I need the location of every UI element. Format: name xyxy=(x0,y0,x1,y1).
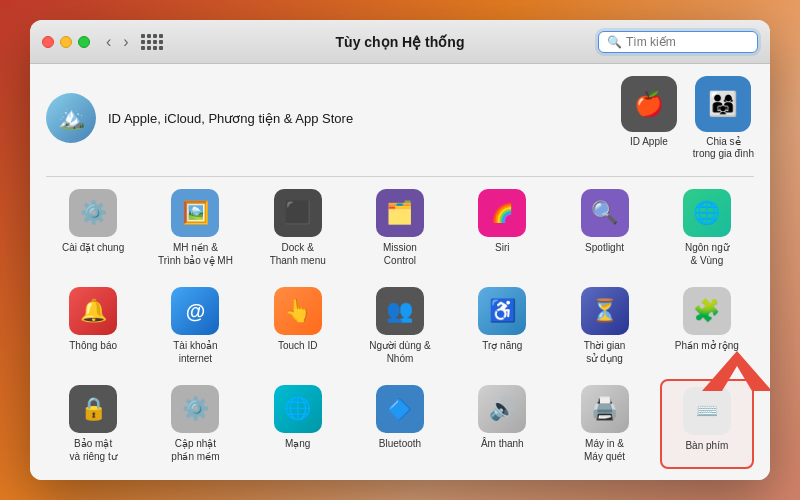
thong-bao-item[interactable]: 🔔 Thông báo xyxy=(46,281,140,371)
spotlight-label: Spotlight xyxy=(585,241,624,254)
content-area: 🏔️ ID Apple, iCloud, Phương tiện & App S… xyxy=(30,64,770,480)
mh-nen-label: MH nền &Trình bảo vệ MH xyxy=(158,241,233,267)
mission-control-item[interactable]: 🗂️ MissionControl xyxy=(353,183,447,273)
row-3: 🔒 Bảo mậtvà riêng tư ⚙️ Cập nhậtphần mềm… xyxy=(46,379,754,469)
am-thanh-label: Âm thanh xyxy=(481,437,524,450)
dock-label: Dock &Thanh menu xyxy=(270,241,326,267)
thoi-gian-icon: ⏳ xyxy=(581,287,629,335)
cai-dat-chung-item[interactable]: ⚙️ Cài đặt chung xyxy=(46,183,140,273)
search-icon: 🔍 xyxy=(607,35,622,49)
row-1: ⚙️ Cài đặt chung 🖼️ MH nền &Trình bảo vệ… xyxy=(46,183,754,273)
man-hinh-item[interactable]: 🖥️ Màn hình xyxy=(251,477,345,480)
ban-phim-item[interactable]: ⌨️ Bàn phím xyxy=(660,379,754,469)
mission-control-icon: 🗂️ xyxy=(376,189,424,237)
tai-khoan-icon: @ xyxy=(171,287,219,335)
nguoi-dung-icon: 👥 xyxy=(376,287,424,335)
spotlight-icon: 🔍 xyxy=(581,189,629,237)
mang-item[interactable]: 🌐 Mạng xyxy=(251,379,345,469)
phan-mo-rong-icon: 🧩 xyxy=(683,287,731,335)
id-apple-item[interactable]: 🍎 ID Apple xyxy=(621,76,677,148)
ngon-ngu-icon: 🌐 xyxy=(683,189,731,237)
cap-nhat-item[interactable]: ⚙️ Cập nhậtphần mềm xyxy=(148,379,242,469)
bao-mat-label: Bảo mậtvà riêng tư xyxy=(70,437,117,463)
pin-item[interactable]: 🔋 Pin xyxy=(455,477,549,480)
titlebar: ‹ › Tùy chọn Hệ thống 🔍 xyxy=(30,20,770,64)
mh-nen-icon: 🖼️ xyxy=(171,189,219,237)
id-apple-label: ID Apple xyxy=(630,136,668,148)
ban-phim-label: Bàn phím xyxy=(685,439,728,452)
touch-id-item[interactable]: 👆 Touch ID xyxy=(251,281,345,371)
tro-nang-label: Trợ năng xyxy=(482,339,522,352)
row-1b: 🔔 Thông báo @ Tài khoảninternet 👆 Touch … xyxy=(46,281,754,371)
cai-dat-chung-icon: ⚙️ xyxy=(69,189,117,237)
profile-row: 🏔️ ID Apple, iCloud, Phương tiện & App S… xyxy=(46,76,754,160)
am-thanh-icon: 🔊 xyxy=(478,385,526,433)
ngon-ngu-label: Ngôn ngữ& Vùng xyxy=(685,241,729,267)
sidecar-item[interactable]: 📱 Sidecar xyxy=(353,477,447,480)
row-4: 🖱️ Bàn di chuột 🖱️ Chuột 🖥️ Màn hình 📱 S… xyxy=(46,477,754,480)
tai-khoan-label: Tài khoảninternet xyxy=(173,339,217,365)
thoi-gian-label: Thời giansử dụng xyxy=(584,339,626,365)
profile-icons: 🍎 ID Apple 👨‍👩‍👧 Chia sẻtrong gia đình xyxy=(621,76,754,160)
bluetooth-item[interactable]: 🔷 Bluetooth xyxy=(353,379,447,469)
ngay-gio-item[interactable]: 📅 Ngày & Giờ xyxy=(557,477,651,480)
search-input[interactable] xyxy=(626,35,756,49)
thong-bao-icon: 🔔 xyxy=(69,287,117,335)
id-apple-icon: 🍎 xyxy=(621,76,677,132)
chia-se2-item[interactable]: 📁 Chia sẻ xyxy=(660,477,754,480)
tro-nang-item[interactable]: ♿ Trợ năng xyxy=(455,281,549,371)
mission-control-label: MissionControl xyxy=(383,241,417,267)
bluetooth-label: Bluetooth xyxy=(379,437,421,450)
chia-se-label: Chia sẻtrong gia đình xyxy=(693,136,754,160)
siri-item[interactable]: 🌈 Siri xyxy=(455,183,549,273)
nguoi-dung-item[interactable]: 👥 Người dùng &Nhóm xyxy=(353,281,447,371)
mang-icon: 🌐 xyxy=(274,385,322,433)
may-in-item[interactable]: 🖨️ Máy in &Máy quét xyxy=(557,379,651,469)
ngon-ngu-item[interactable]: 🌐 Ngôn ngữ& Vùng xyxy=(660,183,754,273)
am-thanh-item[interactable]: 🔊 Âm thanh xyxy=(455,379,549,469)
siri-label: Siri xyxy=(495,241,509,254)
grid-view-button[interactable] xyxy=(141,34,163,50)
chuot-item[interactable]: 🖱️ Chuột xyxy=(148,477,242,480)
may-in-label: Máy in &Máy quét xyxy=(584,437,625,463)
phan-mo-rong-label: Phần mở rộng xyxy=(675,339,739,352)
traffic-lights xyxy=(42,36,90,48)
may-in-icon: 🖨️ xyxy=(581,385,629,433)
nav-buttons: ‹ › xyxy=(102,31,133,53)
touch-id-label: Touch ID xyxy=(278,339,317,352)
ban-phim-icon: ⌨️ xyxy=(683,387,731,435)
siri-icon: 🌈 xyxy=(478,189,526,237)
chia-se-item[interactable]: 👨‍👩‍👧 Chia sẻtrong gia đình xyxy=(693,76,754,160)
thong-bao-label: Thông báo xyxy=(69,339,117,352)
minimize-button[interactable] xyxy=(60,36,72,48)
back-button[interactable]: ‹ xyxy=(102,31,115,53)
forward-button[interactable]: › xyxy=(119,31,132,53)
system-preferences-window: ‹ › Tùy chọn Hệ thống 🔍 🏔️ ID Apple, iCl… xyxy=(30,20,770,480)
dock-item[interactable]: ⬛ Dock &Thanh menu xyxy=(251,183,345,273)
dock-icon: ⬛ xyxy=(274,189,322,237)
grid-icon xyxy=(141,34,163,50)
nguoi-dung-label: Người dùng &Nhóm xyxy=(369,339,430,365)
search-box[interactable]: 🔍 xyxy=(598,31,758,53)
thoi-gian-item[interactable]: ⏳ Thời giansử dụng xyxy=(557,281,651,371)
spotlight-item[interactable]: 🔍 Spotlight xyxy=(557,183,651,273)
phan-mo-rong-item[interactable]: 🧩 Phần mở rộng xyxy=(660,281,754,371)
close-button[interactable] xyxy=(42,36,54,48)
bao-mat-icon: 🔒 xyxy=(69,385,117,433)
divider-1 xyxy=(46,176,754,177)
bluetooth-icon: 🔷 xyxy=(376,385,424,433)
touch-id-icon: 👆 xyxy=(274,287,322,335)
chia-se-icon: 👨‍👩‍👧 xyxy=(695,76,751,132)
avatar[interactable]: 🏔️ xyxy=(46,93,96,143)
cap-nhat-label: Cập nhậtphần mềm xyxy=(171,437,219,463)
profile-description[interactable]: ID Apple, iCloud, Phương tiện & App Stor… xyxy=(108,111,353,126)
cai-dat-chung-label: Cài đặt chung xyxy=(62,241,124,254)
tai-khoan-item[interactable]: @ Tài khoảninternet xyxy=(148,281,242,371)
ban-di-chuot-item[interactable]: 🖱️ Bàn di chuột xyxy=(46,477,140,480)
mang-label: Mạng xyxy=(285,437,310,450)
maximize-button[interactable] xyxy=(78,36,90,48)
mh-nen-item[interactable]: 🖼️ MH nền &Trình bảo vệ MH xyxy=(148,183,242,273)
tro-nang-icon: ♿ xyxy=(478,287,526,335)
window-title: Tùy chọn Hệ thống xyxy=(336,34,465,50)
bao-mat-item[interactable]: 🔒 Bảo mậtvà riêng tư xyxy=(46,379,140,469)
